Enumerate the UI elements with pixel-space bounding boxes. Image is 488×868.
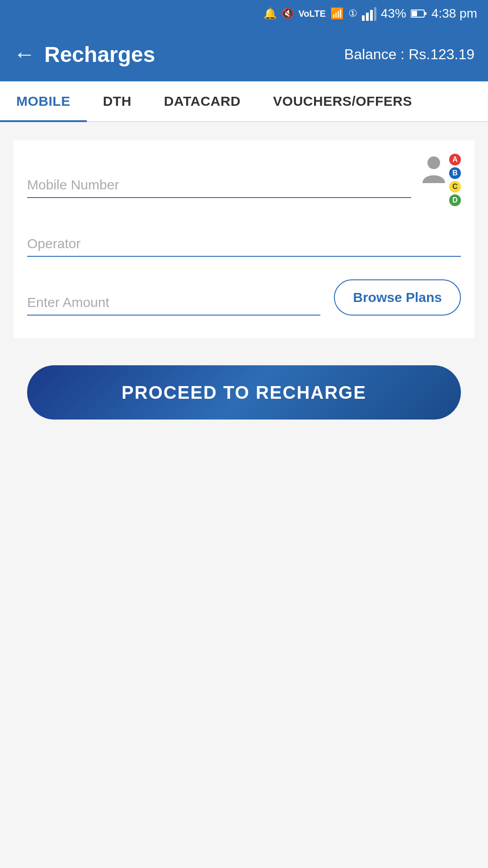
dot-c: C (449, 181, 461, 193)
svg-rect-6 (424, 12, 427, 15)
sim-icon: ① (348, 8, 357, 19)
time-display: 4:38 pm (432, 6, 477, 21)
app-bar-left: ← Recharges (14, 42, 155, 67)
main-content: A B C D Browse Plans PROCEED TO RECHARGE (0, 122, 488, 868)
operator-wrapper (27, 221, 461, 257)
amount-browse-row: Browse Plans (27, 279, 461, 316)
svg-rect-3 (374, 7, 376, 21)
dot-a: A (449, 154, 461, 165)
mobile-number-wrapper (27, 162, 411, 198)
dot-b: B (449, 167, 461, 179)
mute-icon: 🔇 (282, 8, 294, 19)
browse-plans-button[interactable]: Browse Plans (334, 279, 461, 316)
contacts-icon-wrapper[interactable]: A B C D (420, 154, 461, 194)
operator-input[interactable] (27, 221, 461, 257)
mobile-number-row: A B C D (27, 154, 461, 198)
person-silhouette-icon (420, 154, 452, 185)
tab-dth[interactable]: DTH (87, 81, 148, 121)
proceed-to-recharge-button[interactable]: PROCEED TO RECHARGE (27, 365, 461, 420)
status-bar: 🔔 🔇 VoLTE 📶 ① 43% 4:38 pm (0, 0, 488, 27)
dot-d: D (449, 194, 461, 206)
volte-icon: VoLTE (298, 9, 325, 19)
svg-point-7 (427, 156, 440, 169)
svg-rect-1 (366, 13, 369, 21)
proceed-btn-wrapper: PROCEED TO RECHARGE (14, 347, 474, 438)
enter-amount-input[interactable] (27, 279, 320, 316)
form-section: A B C D Browse Plans (14, 140, 474, 338)
operator-row (27, 221, 461, 257)
tab-bar: MOBILE DTH DATACARD VOUCHERS/OFFERS (0, 81, 488, 122)
tab-vouchers[interactable]: VOUCHERS/OFFERS (257, 81, 428, 121)
notification-icon: 🔔 (263, 7, 277, 20)
battery-icon (411, 9, 427, 18)
svg-rect-0 (362, 15, 365, 21)
app-bar: ← Recharges Balance : Rs.123.19 (0, 27, 488, 81)
amount-input-wrapper (27, 279, 320, 316)
status-icons: 🔔 🔇 VoLTE 📶 ① 43% 4:38 pm (263, 6, 477, 21)
balance-display: Balance : Rs.123.19 (344, 46, 474, 63)
app-bar-title: Recharges (44, 42, 155, 67)
signal-icon (362, 6, 376, 21)
tab-datacard[interactable]: DATACARD (148, 81, 257, 121)
svg-rect-5 (412, 11, 417, 16)
tab-mobile[interactable]: MOBILE (0, 81, 87, 121)
battery-level: 43% (381, 6, 406, 21)
mobile-number-input[interactable] (27, 162, 411, 198)
back-button[interactable]: ← (14, 43, 35, 65)
wifi-icon: 📶 (330, 7, 344, 20)
contact-category-dots: A B C D (449, 154, 461, 206)
svg-rect-2 (370, 10, 373, 21)
